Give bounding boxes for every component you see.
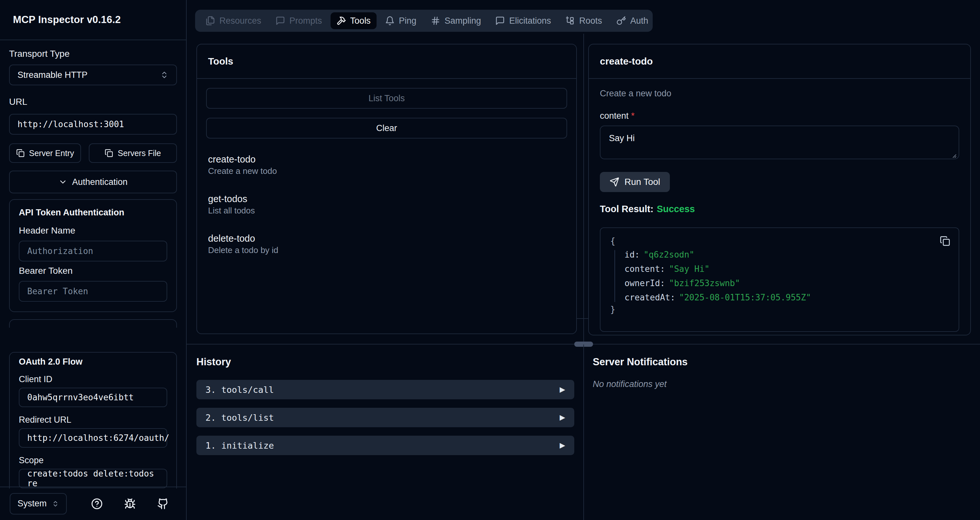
server-notifications-title: Server Notifications	[593, 353, 949, 367]
redirect-url-input[interactable]: http://localhost:6274/oauth/	[19, 428, 167, 448]
chevrons-up-down-icon	[160, 71, 169, 79]
tool-description: Create a new todo	[208, 167, 567, 175]
tab-prompts[interactable]: Prompts	[270, 12, 328, 29]
tool-detail-title: create-todo	[600, 56, 653, 67]
hammer-icon	[336, 16, 346, 26]
tab-ping[interactable]: Ping	[379, 12, 422, 29]
tool-description: List all todos	[208, 206, 567, 215]
list-tools-button[interactable]: List Tools	[206, 88, 567, 108]
copy-icon	[105, 149, 113, 157]
bearer-token-input[interactable]: Bearer Token	[19, 281, 167, 302]
history-item[interactable]: 2. tools/list ▶	[196, 408, 574, 427]
client-id-input[interactable]: 0ahw5qrrnv3eo4ve6ibtt	[19, 388, 167, 407]
url-input[interactable]: http://localhost:3001	[9, 114, 177, 135]
header-name-input[interactable]: Authorization	[19, 241, 167, 262]
content-textarea[interactable]: Say Hi	[600, 126, 959, 159]
content-label-text: content	[600, 111, 629, 121]
json-key: createdAt:	[625, 293, 675, 302]
tool-description: Delete a todo by id	[208, 246, 567, 255]
tool-result-status: Success	[657, 204, 695, 214]
message-square-icon	[275, 16, 285, 26]
tab-resources[interactable]: Resources	[200, 12, 267, 29]
theme-select-value: System	[18, 499, 47, 509]
github-icon[interactable]	[157, 498, 169, 510]
tool-result-label: Tool Result:	[600, 204, 653, 214]
list-tree-icon	[565, 16, 575, 26]
run-tool-button[interactable]: Run Tool	[600, 172, 670, 192]
tab-label: Tools	[350, 16, 371, 26]
bug-icon[interactable]	[124, 498, 136, 510]
transport-type-select[interactable]: Streamable HTTP	[9, 65, 177, 85]
tab-label: Roots	[579, 16, 602, 26]
json-row: createdAt:"2025-08-01T15:37:05.955Z"	[625, 293, 949, 302]
tool-name: delete-todo	[208, 233, 567, 244]
vertical-splitter[interactable]	[583, 34, 584, 344]
server-entry-label: Server Entry	[29, 148, 74, 158]
history-item[interactable]: 3. tools/call ▶	[196, 380, 574, 399]
authentication-toggle[interactable]: Authentication	[9, 171, 177, 193]
tab-sampling[interactable]: Sampling	[425, 12, 487, 29]
header-name-placeholder: Authorization	[27, 246, 93, 256]
tool-list: create-todo Create a new todo get-todos …	[206, 154, 567, 255]
chevron-down-icon	[58, 177, 67, 187]
servers-file-label: Servers File	[118, 148, 161, 158]
server-notifications-panel: Server Notifications No notifications ye…	[593, 353, 949, 389]
tool-result-json: { id:"q6z2sodn" content:"Say Hi" ownerId…	[600, 227, 959, 332]
tab-elicitations[interactable]: Elicitations	[489, 12, 557, 29]
scope-label: Scope	[19, 455, 167, 466]
json-value: "bzif253zswnb"	[669, 278, 740, 288]
oauth-title: OAuth 2.0 Flow	[19, 357, 167, 367]
scope-input[interactable]: create:todos delete:todos re	[19, 469, 167, 488]
theme-select[interactable]: System	[10, 493, 67, 515]
tab-label: Auth	[630, 16, 649, 26]
notifications-empty-text: No notifications yet	[593, 379, 949, 389]
send-icon	[609, 177, 619, 187]
tab-roots[interactable]: Roots	[559, 12, 608, 29]
client-id-label: Client ID	[19, 374, 167, 384]
servers-file-button[interactable]: Servers File	[89, 144, 177, 163]
chevrons-up-down-icon	[52, 500, 59, 507]
api-token-title: API Token Authentication	[19, 207, 167, 218]
key-icon	[616, 16, 626, 26]
header-name-label: Header Name	[19, 225, 167, 236]
files-icon	[205, 16, 215, 26]
footer-icons	[91, 498, 169, 510]
tool-list-item[interactable]: delete-todo Delete a todo by id	[208, 233, 567, 255]
tab-label: Resources	[220, 16, 261, 26]
history-item[interactable]: 1. initialize ▶	[196, 435, 574, 455]
sidebar-header: MCP Inspector v0.16.2	[0, 0, 186, 40]
clear-button[interactable]: Clear	[206, 118, 567, 139]
tab-auth[interactable]: Auth	[611, 12, 654, 29]
tool-detail-body: Create a new todo content* Say Hi Run To…	[589, 79, 970, 332]
tab-label: Sampling	[445, 16, 481, 26]
tool-list-item[interactable]: get-todos List all todos	[208, 194, 567, 215]
api-token-card: API Token Authentication Header Name Aut…	[9, 199, 177, 312]
tools-panel-body: List Tools Clear create-todo Create a ne…	[197, 79, 576, 255]
history-item-label: 1. initialize	[205, 440, 274, 451]
transport-type-label: Transport Type	[9, 49, 177, 59]
tool-name: create-todo	[208, 154, 567, 164]
client-id-value: 0ahw5qrrnv3eo4ve6ibtt	[27, 392, 134, 402]
clipped-card	[9, 319, 177, 328]
help-icon[interactable]	[91, 498, 103, 510]
tab-tools[interactable]: Tools	[331, 12, 377, 29]
resize-handle-icon[interactable]	[951, 153, 957, 158]
sidebar-footer: System	[0, 487, 186, 520]
message-square-icon	[495, 16, 505, 26]
copy-icon[interactable]	[940, 236, 950, 246]
tab-label: Ping	[399, 16, 417, 26]
sidebar-config-scroll[interactable]: Transport Type Streamable HTTP URL http:…	[0, 40, 186, 328]
json-row: content:"Say Hi"	[625, 265, 949, 273]
tool-list-item[interactable]: create-todo Create a new todo	[208, 154, 567, 175]
mcp-inspector-app: MCP Inspector v0.16.2 Transport Type Str…	[0, 0, 980, 520]
clear-label: Clear	[376, 123, 397, 133]
json-row: id:"q6z2sodn"	[625, 250, 949, 259]
tool-detail-panel: create-todo Create a new todo content* S…	[588, 44, 971, 335]
sidebar: MCP Inspector v0.16.2 Transport Type Str…	[0, 0, 187, 520]
bearer-token-placeholder: Bearer Token	[27, 286, 88, 296]
tab-label: Prompts	[290, 16, 322, 26]
content-textarea-wrap: Say Hi	[600, 126, 959, 161]
json-key: ownerId:	[625, 278, 665, 288]
server-entry-button[interactable]: Server Entry	[9, 144, 81, 163]
list-tools-label: List Tools	[369, 93, 405, 104]
